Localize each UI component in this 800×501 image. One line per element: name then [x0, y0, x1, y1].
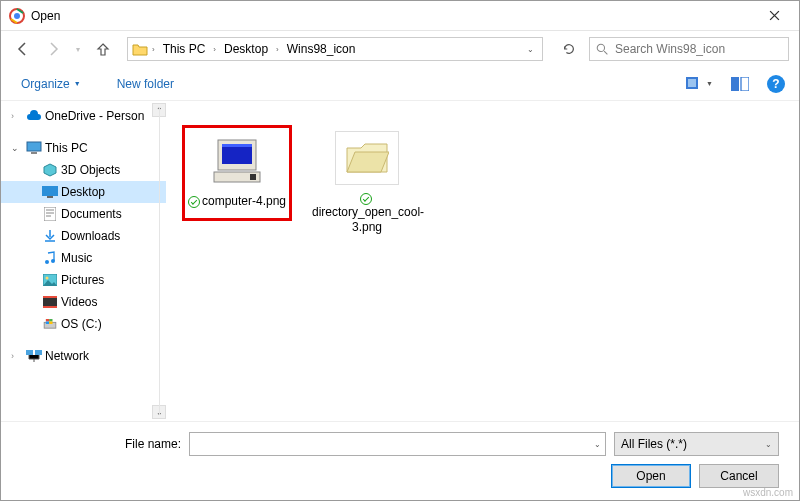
computer-icon [25, 140, 43, 156]
cloud-icon [25, 108, 43, 124]
refresh-button[interactable] [555, 37, 583, 61]
sidebar-item-pictures[interactable]: Pictures [1, 269, 166, 291]
svg-rect-24 [26, 350, 33, 355]
chevron-right-icon[interactable]: › [150, 45, 157, 54]
sidebar-item-thispc[interactable]: ⌄ This PC [1, 137, 166, 159]
scrollbar-up[interactable]: ⌃ [152, 103, 166, 117]
window-title: Open [31, 9, 751, 23]
svg-rect-9 [42, 186, 58, 196]
documents-icon [41, 206, 59, 222]
chevron-right-icon[interactable]: › [11, 351, 23, 361]
breadcrumb-desktop[interactable]: Desktop [220, 40, 272, 58]
chevron-right-icon[interactable]: › [211, 45, 218, 54]
sidebar-item-label: Documents [61, 207, 122, 221]
organize-label: Organize [21, 77, 70, 91]
close-button[interactable] [751, 1, 797, 31]
svg-rect-28 [222, 144, 252, 147]
search-input[interactable] [615, 42, 782, 56]
nav-back-button[interactable] [11, 37, 35, 61]
svg-point-1 [14, 13, 20, 19]
svg-point-2 [597, 44, 604, 51]
network-icon [25, 348, 43, 364]
sidebar-item-documents[interactable]: Documents [1, 203, 166, 225]
3d-icon [41, 162, 59, 178]
sidebar-item-videos[interactable]: Videos [1, 291, 166, 313]
svg-rect-18 [43, 306, 57, 308]
svg-rect-8 [31, 152, 37, 154]
sidebar-item-3dobjects[interactable]: 3D Objects [1, 159, 166, 181]
sync-check-icon [360, 193, 372, 205]
scrollbar-down[interactable]: ⌄ [152, 405, 166, 419]
svg-rect-11 [44, 207, 56, 221]
preview-pane-button[interactable] [731, 77, 749, 91]
svg-point-13 [51, 259, 55, 263]
file-list[interactable]: computer-4.png directory_open_cool-3.png [166, 101, 799, 421]
downloads-icon [41, 228, 59, 244]
breadcrumb-thispc[interactable]: This PC [159, 40, 210, 58]
sidebar-item-onedrive[interactable]: › OneDrive - Person [1, 105, 166, 127]
chevron-down-icon[interactable]: ⌄ [11, 143, 23, 153]
chevron-down-icon: ▼ [74, 80, 81, 87]
navigation-pane: ⌃ › OneDrive - Person ⌄ This PC 3D Objec… [1, 101, 166, 421]
help-button[interactable]: ? [767, 75, 785, 93]
svg-rect-17 [43, 296, 57, 298]
view-options-button[interactable]: ▼ [686, 77, 713, 91]
file-name: directory_open_cool-3.png [312, 205, 424, 233]
desktop-icon [41, 184, 59, 200]
folder-icon [132, 41, 148, 57]
watermark: wsxdn.com [743, 487, 793, 498]
svg-rect-30 [250, 174, 256, 180]
file-thumbnail [335, 131, 399, 185]
svg-point-15 [46, 277, 49, 280]
filetype-label: All Files (*.*) [621, 437, 687, 451]
chevron-down-icon: ⌄ [765, 440, 772, 449]
sidebar-item-label: Pictures [61, 273, 104, 287]
sidebar-item-label: This PC [45, 141, 88, 155]
organize-menu[interactable]: Organize ▼ [15, 73, 87, 95]
chevron-right-icon[interactable]: › [274, 45, 281, 54]
sidebar-item-osdrive[interactable]: OS (C:) [1, 313, 166, 335]
sidebar-item-downloads[interactable]: Downloads [1, 225, 166, 247]
filename-label: File name: [21, 437, 181, 451]
svg-rect-23 [49, 322, 52, 325]
recent-locations-button[interactable]: ▾ [71, 37, 85, 61]
svg-rect-4 [688, 79, 696, 87]
sidebar-item-label: Network [45, 349, 89, 363]
filename-input[interactable] [194, 437, 594, 451]
nav-forward-button[interactable] [41, 37, 65, 61]
sidebar-item-label: Music [61, 251, 92, 265]
svg-rect-7 [27, 142, 41, 151]
filetype-combobox[interactable]: All Files (*.*) ⌄ [614, 432, 779, 456]
file-item-directory[interactable]: directory_open_cool-3.png [312, 131, 422, 234]
address-dropdown[interactable]: ⌄ [522, 45, 538, 54]
sidebar-item-network[interactable]: › Network [1, 345, 166, 367]
sidebar-item-label: OneDrive - Person [45, 109, 144, 123]
videos-icon [41, 294, 59, 310]
svg-rect-21 [49, 319, 52, 322]
chevron-right-icon[interactable]: › [11, 111, 23, 121]
svg-rect-22 [46, 322, 49, 325]
new-folder-label: New folder [117, 77, 174, 91]
sidebar-item-label: Desktop [61, 185, 105, 199]
music-icon [41, 250, 59, 266]
app-icon [9, 8, 25, 24]
sync-check-icon [188, 196, 200, 208]
sidebar-item-desktop[interactable]: Desktop [1, 181, 166, 203]
svg-rect-10 [47, 196, 53, 198]
file-name: computer-4.png [202, 194, 286, 208]
address-bar[interactable]: › This PC › Desktop › Wins98_icon ⌄ [127, 37, 543, 61]
search-box[interactable] [589, 37, 789, 61]
open-button[interactable]: Open [611, 464, 691, 488]
svg-rect-20 [46, 319, 49, 322]
file-item-computer[interactable]: computer-4.png [182, 125, 292, 221]
sidebar-item-label: 3D Objects [61, 163, 120, 177]
sidebar-item-music[interactable]: Music [1, 247, 166, 269]
sidebar-item-label: Downloads [61, 229, 120, 243]
cancel-button[interactable]: Cancel [699, 464, 779, 488]
chevron-down-icon[interactable]: ⌄ [594, 440, 601, 449]
breadcrumb-folder[interactable]: Wins98_icon [283, 40, 360, 58]
filename-combobox[interactable]: ⌄ [189, 432, 606, 456]
file-thumbnail [205, 134, 269, 188]
nav-up-button[interactable] [91, 37, 115, 61]
new-folder-button[interactable]: New folder [111, 73, 180, 95]
